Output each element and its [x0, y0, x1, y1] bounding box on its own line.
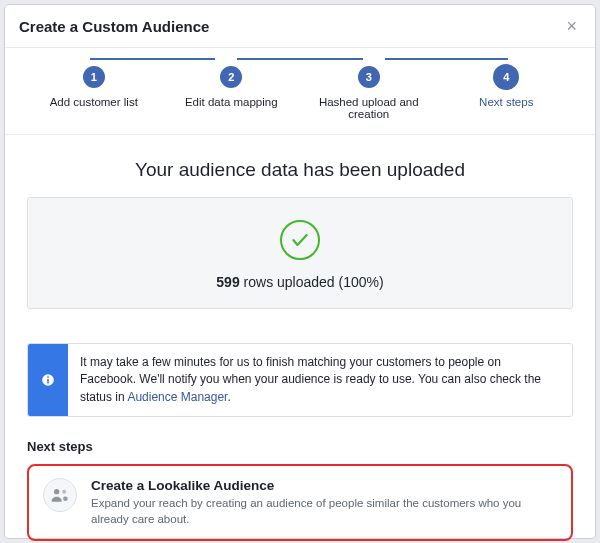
svg-point-4 — [62, 490, 66, 494]
option-create-lookalike[interactable]: Create a Lookalike Audience Expand your … — [27, 464, 573, 541]
modal-header: Create a Custom Audience × — [5, 5, 595, 48]
svg-point-3 — [54, 489, 59, 494]
next-steps-heading: Next steps — [27, 439, 573, 454]
step-number: 2 — [220, 66, 242, 88]
svg-rect-1 — [47, 379, 49, 384]
option-body: Create a Lookalike Audience Expand your … — [91, 478, 557, 527]
step-label: Edit data mapping — [163, 96, 301, 108]
step-add-customer-list[interactable]: 1 Add customer list — [25, 66, 163, 108]
rows-uploaded-text: 599 rows uploaded (100%) — [38, 274, 562, 290]
modal-content: Your audience data has been uploaded 599… — [5, 135, 595, 543]
custom-audience-modal: Create a Custom Audience × 1 Add custome… — [4, 4, 596, 539]
stepper: 1 Add customer list 2 Edit data mapping … — [5, 48, 595, 135]
step-next-steps[interactable]: 4 Next steps — [438, 66, 576, 108]
upload-status-box: 599 rows uploaded (100%) — [27, 197, 573, 309]
rows-count: 599 — [216, 274, 239, 290]
step-label: Hashed upload and creation — [300, 96, 438, 120]
people-add-icon — [43, 478, 77, 512]
step-number: 1 — [83, 66, 105, 88]
step-label: Next steps — [438, 96, 576, 108]
audience-manager-link[interactable]: Audience Manager — [127, 390, 227, 404]
step-connector — [237, 58, 363, 60]
step-edit-data-mapping[interactable]: 2 Edit data mapping — [163, 66, 301, 108]
notice-text: It may take a few minutes for us to fini… — [68, 344, 572, 416]
step-number: 3 — [358, 66, 380, 88]
step-hashed-upload[interactable]: 3 Hashed upload and creation — [300, 66, 438, 120]
step-connector — [90, 58, 216, 60]
svg-point-2 — [47, 376, 49, 378]
step-number: 4 — [493, 64, 519, 90]
option-desc: Expand your reach by creating an audienc… — [91, 495, 557, 527]
rows-label: rows uploaded (100%) — [240, 274, 384, 290]
option-title: Create a Lookalike Audience — [91, 478, 557, 493]
success-check-icon — [280, 220, 320, 260]
step-label: Add customer list — [25, 96, 163, 108]
modal-title: Create a Custom Audience — [19, 18, 209, 35]
notice-after: . — [227, 390, 230, 404]
step-connector — [385, 58, 509, 60]
matching-notice: It may take a few minutes for us to fini… — [27, 343, 573, 417]
close-button[interactable]: × — [562, 15, 581, 37]
info-icon — [28, 344, 68, 416]
upload-title: Your audience data has been uploaded — [27, 159, 573, 181]
